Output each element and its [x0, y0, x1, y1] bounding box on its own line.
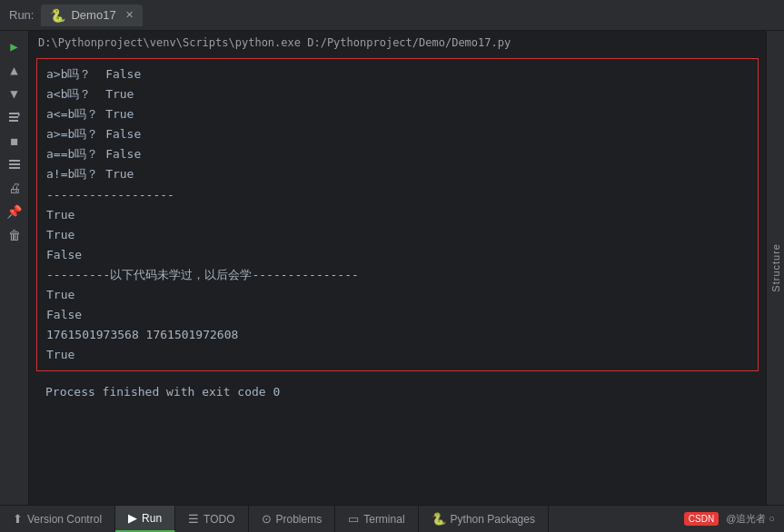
run-bar: Run: 🐍 Demo17 ✕: [0, 0, 784, 31]
tab-version-control-label: Version Control: [27, 513, 102, 526]
close-tab-button[interactable]: ✕: [125, 9, 134, 21]
pin-button[interactable]: 📌: [5, 202, 25, 222]
process-finished-line: Process finished with exit code 0: [36, 379, 759, 406]
print-button[interactable]: 🖨: [5, 178, 25, 198]
svg-rect-1: [9, 116, 18, 118]
main-area: ▶ ▲ ▼ ◼ 🖨 📌 🗑 D:\Pythonproject\venv\Scri…: [0, 31, 784, 505]
tab-problems-label: Problems: [276, 513, 323, 526]
run-label: Run:: [9, 8, 34, 22]
output-line-6: a!=b吗？ True: [46, 164, 749, 184]
snake-icon: 🐍: [50, 8, 65, 23]
output-line-11: ---------以下代码未学过，以后会学---------------: [46, 265, 749, 285]
tab-python-packages-label: Python Packages: [451, 513, 535, 526]
svg-rect-6: [9, 167, 20, 169]
rerun-button[interactable]: [5, 107, 25, 127]
tab-todo-label: TODO: [203, 513, 234, 526]
status-bar: ⬆ Version Control ▶ Run ☰ TODO ⊙ Problem…: [0, 505, 784, 532]
output-content-wrapper[interactable]: a>b吗？ False a<b吗？ True a<=b吗？ True a>=b吗…: [29, 54, 766, 505]
output-line-5: a==b吗？ False: [46, 144, 749, 164]
output-line-12: True: [46, 285, 749, 305]
output-line-1: a>b吗？ False: [46, 64, 749, 84]
python-packages-icon: 🐍: [432, 512, 446, 526]
delete-button[interactable]: 🗑: [5, 225, 25, 245]
output-panel: D:\Pythonproject\venv\Scripts\python.exe…: [29, 31, 766, 505]
status-right: CSDN @追光者 ○: [684, 512, 784, 526]
left-toolbar: ▶ ▲ ▼ ◼ 🖨 📌 🗑: [0, 31, 29, 505]
tab-version-control[interactable]: ⬆ Version Control: [0, 506, 115, 532]
tab-terminal[interactable]: ▭ Terminal: [335, 506, 418, 532]
output-line-15: True: [46, 345, 749, 365]
output-box: a>b吗？ False a<b吗？ True a<=b吗？ True a>=b吗…: [36, 58, 759, 371]
scroll-up-button[interactable]: ▲: [5, 60, 25, 80]
version-control-icon: ⬆: [13, 512, 23, 526]
tab-terminal-label: Terminal: [363, 513, 404, 526]
tab-problems[interactable]: ⊙ Problems: [249, 506, 336, 532]
svg-rect-4: [9, 160, 20, 162]
output-line-8: True: [46, 205, 749, 225]
output-line-7: ------------------: [46, 185, 749, 205]
play-button[interactable]: ▶: [5, 36, 25, 56]
output-line-9: True: [46, 225, 749, 245]
run-tab-name: Demo17: [71, 8, 115, 22]
svg-rect-0: [9, 113, 18, 114]
right-structure-panel: Structure: [766, 31, 784, 505]
svg-rect-2: [9, 120, 18, 122]
scroll-down-button[interactable]: ▼: [5, 84, 25, 103]
output-line-2: a<b吗？ True: [46, 84, 749, 104]
output-line-4: a>=b吗？ False: [46, 124, 749, 144]
tab-todo[interactable]: ☰ TODO: [175, 506, 248, 532]
todo-icon: ☰: [188, 512, 199, 526]
run-tab[interactable]: 🐍 Demo17 ✕: [41, 5, 142, 26]
output-line-14: 1761501973568 1761501972608: [46, 325, 749, 345]
tab-run-label: Run: [142, 512, 162, 525]
output-line-3: a<=b吗？ True: [46, 104, 749, 124]
csdn-badge: CSDN: [684, 512, 719, 526]
output-line-10: False: [46, 245, 749, 265]
stop-button[interactable]: ◼: [5, 131, 25, 151]
tab-run[interactable]: ▶ Run: [115, 506, 175, 532]
tab-python-packages[interactable]: 🐍 Python Packages: [419, 506, 549, 532]
structure-label: Structure: [770, 243, 781, 292]
command-line: D:\Pythonproject\venv\Scripts\python.exe…: [29, 31, 766, 54]
svg-marker-3: [18, 112, 20, 117]
user-info: @追光者 ○: [726, 512, 775, 526]
list-button[interactable]: [5, 154, 25, 174]
problems-icon: ⊙: [262, 512, 272, 526]
svg-rect-5: [9, 163, 20, 165]
run-icon: ▶: [128, 511, 137, 525]
terminal-icon: ▭: [348, 512, 359, 526]
output-line-13: False: [46, 305, 749, 325]
